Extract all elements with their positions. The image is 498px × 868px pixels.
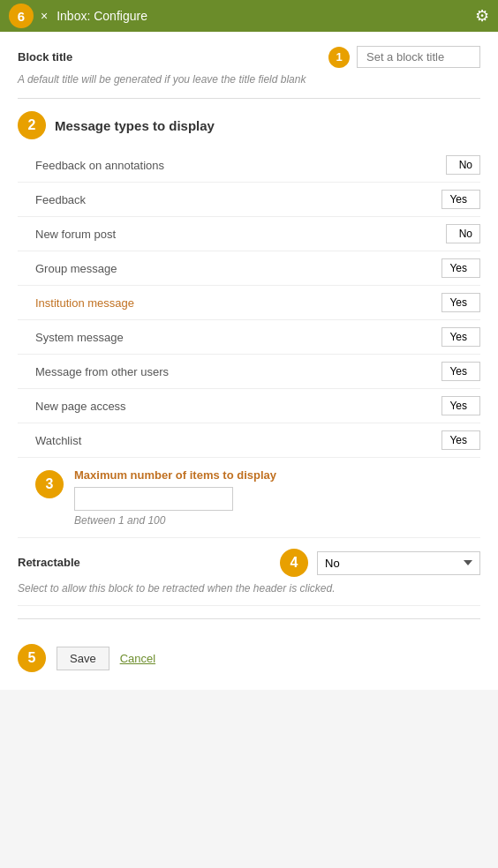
message-type-row: WatchlistYes <box>18 423 480 458</box>
message-type-toggle[interactable]: Yes <box>441 190 480 209</box>
step-5-badge: 5 <box>18 644 46 672</box>
message-type-toggle[interactable]: Yes <box>441 396 480 415</box>
max-items-label: Maximum number of items to display <box>74 468 480 482</box>
message-type-row: New page accessYes <box>18 389 480 423</box>
block-title-input[interactable] <box>357 46 480 68</box>
toggle-label: No <box>459 159 472 171</box>
message-type-row: Group messageYes <box>18 251 480 286</box>
toggle-label: Yes <box>449 331 467 343</box>
step-3-badge: 3 <box>35 470 64 498</box>
message-type-label: Feedback <box>35 193 441 206</box>
toggle-label: Yes <box>449 365 467 378</box>
divider-1 <box>18 98 480 99</box>
retractable-label: Retractable <box>18 556 80 569</box>
retractable-select[interactable]: NoYesAuto <box>317 551 480 575</box>
message-type-row: Feedback on annotationsNo <box>18 148 480 183</box>
max-items-hint: Between 1 and 100 <box>74 514 480 527</box>
toggle-label: Yes <box>449 296 467 309</box>
message-type-label: New page access <box>35 400 441 413</box>
message-type-label: Group message <box>35 262 441 275</box>
message-type-row: New forum postNo <box>18 217 480 251</box>
message-types-list: Feedback on annotationsNoFeedbackYesNew … <box>18 148 480 458</box>
step-4-badge: 4 <box>280 549 308 577</box>
message-type-toggle[interactable]: Yes <box>441 430 480 450</box>
toggle-label: Yes <box>449 193 467 206</box>
max-items-section: 3 Maximum number of items to display 5 B… <box>18 458 480 538</box>
cancel-button[interactable]: Cancel <box>120 652 155 665</box>
retractable-section: Retractable 4 NoYesAuto Select to allow … <box>18 538 480 606</box>
save-button[interactable]: Save <box>57 647 109 670</box>
retractable-hint: Select to allow this block to be retract… <box>18 582 480 595</box>
toggle-label: Yes <box>449 262 467 274</box>
toggle-label: Yes <box>449 434 467 446</box>
message-type-label: System message <box>35 331 441 344</box>
header: 6 × Inbox: Configure ⚙ <box>0 0 498 32</box>
message-type-label: Institution message <box>35 296 441 310</box>
close-icon[interactable]: × <box>41 9 48 23</box>
message-type-row: System messageYes <box>18 320 480 355</box>
message-type-toggle[interactable]: Yes <box>441 293 480 312</box>
block-title-label: Block title <box>18 50 328 64</box>
max-items-input[interactable]: 5 <box>74 487 233 511</box>
message-type-label: Message from other users <box>35 365 441 378</box>
message-type-row: Message from other usersYes <box>18 355 480 389</box>
message-type-toggle[interactable]: Yes <box>441 258 480 278</box>
message-type-label: Watchlist <box>35 434 441 447</box>
message-type-toggle[interactable]: Yes <box>441 327 480 347</box>
message-type-toggle[interactable]: No <box>446 224 480 243</box>
gear-icon[interactable]: ⚙ <box>475 6 489 26</box>
message-type-row: FeedbackYes <box>18 183 480 217</box>
block-title-hint: A default title will be generated if you… <box>18 73 480 86</box>
message-types-heading-row: 2 Message types to display <box>18 111 480 139</box>
message-type-toggle[interactable]: No <box>446 155 480 175</box>
message-type-label: New forum post <box>35 228 446 241</box>
message-type-row: Institution messageYes <box>18 286 480 320</box>
block-title-row: Block title 1 <box>18 46 480 68</box>
message-type-label: Feedback on annotations <box>35 159 446 172</box>
content-area: Block title 1 A default title will be ge… <box>0 32 498 690</box>
divider-2 <box>18 618 480 619</box>
header-badge: 6 <box>9 4 34 28</box>
header-title: Inbox: Configure <box>57 9 475 23</box>
message-types-heading: Message types to display <box>55 118 215 133</box>
step-1-badge: 1 <box>328 47 350 68</box>
toggle-label: Yes <box>449 400 467 412</box>
toggle-label: No <box>459 228 472 240</box>
step-2-badge: 2 <box>18 111 46 139</box>
message-type-toggle[interactable]: Yes <box>441 362 480 381</box>
save-section: 5 Save Cancel <box>18 632 480 676</box>
